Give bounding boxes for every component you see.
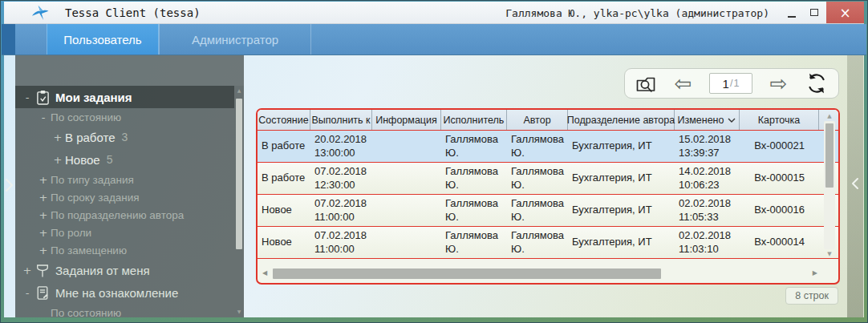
column-header[interactable]: Изменено [675, 110, 740, 130]
table-cell: Галлямова Ю. [441, 195, 507, 226]
table-cell: 07.02.2018 11:00:00 [310, 227, 372, 258]
app-logo-icon [31, 5, 49, 24]
column-header-label: Исполнитель [444, 115, 505, 126]
close-button[interactable]: × [826, 2, 864, 23]
sidebar-item-label: Мне на ознакомление [55, 286, 178, 300]
table-row[interactable]: В работе20.02.2018 13:00:00Галлямова Ю.Г… [258, 131, 838, 163]
previous-page-button[interactable]: ⇦ [675, 73, 692, 94]
table-cell: 07.02.2018 11:00:00 [310, 195, 372, 226]
column-header[interactable]: Исполнитель [441, 110, 507, 130]
folder-search-icon [635, 73, 657, 94]
refresh-button[interactable] [805, 72, 829, 95]
sidebar-item[interactable]: -Мои задания [15, 86, 234, 108]
column-header[interactable]: Информация [372, 110, 441, 130]
sidebar-item[interactable]: +В работе3 [15, 126, 234, 148]
sidebar-item[interactable]: +По подразделению автора [15, 206, 234, 224]
table-cell: 07.02.2018 12:30:00 [310, 163, 372, 194]
table-row[interactable]: Новое07.02.2018 11:00:00Галлямова Ю.Галл… [258, 227, 838, 259]
sidebar-item[interactable]: +По типу задания [15, 171, 234, 188]
sidebar-expand-chevron-icon[interactable] [5, 178, 14, 196]
scroll-left-icon[interactable]: ◀ [262, 269, 267, 277]
collapse-icon[interactable]: - [20, 91, 34, 103]
collapse-icon[interactable]: - [36, 111, 51, 123]
expand-icon[interactable]: + [36, 244, 51, 256]
tab-admin[interactable]: Администратор [159, 24, 311, 55]
scrollbar-track[interactable] [824, 121, 835, 249]
search-folder-button[interactable] [635, 73, 657, 94]
table-cell: 20.02.2018 13:00:00 [310, 131, 372, 162]
app-window: Tessa Client (tessa) Галлямова Ю., ylka-… [0, 0, 868, 323]
table-cell: Вх-000014 [740, 227, 819, 258]
page-total: 1 [733, 78, 739, 89]
table-cell: В работе [258, 131, 310, 162]
sidebar-item-label: По состоянию [51, 111, 121, 123]
tab-user[interactable]: Пользователь [47, 24, 159, 55]
sidebar-item[interactable]: +По замещению [15, 241, 234, 259]
minimize-button[interactable] [781, 2, 802, 23]
sidebar-scrollbar[interactable]: ▲ ▼ [235, 87, 243, 314]
tab-label: Пользователь [63, 33, 141, 46]
page-indicator[interactable]: 1 / 1 [709, 73, 752, 94]
row-count-badge[interactable]: 8 строк [785, 287, 838, 305]
scrollbar-thumb[interactable] [236, 99, 242, 249]
table-horizontal-scrollbar[interactable]: ◀ ▶ [262, 268, 817, 279]
user-info: Галлямова Ю., ylka-pc\ylka (администрато… [505, 7, 769, 19]
sidebar-item[interactable]: +Новое5 [15, 148, 234, 171]
table-cell: Вх-000015 [740, 163, 819, 194]
sidebar-item[interactable]: +По сроку задания [15, 188, 234, 206]
expand-icon[interactable]: + [51, 154, 65, 166]
sort-desc-icon [728, 118, 736, 123]
window-title: Tessa Client (tessa) [65, 6, 201, 19]
flag-icon [34, 263, 51, 278]
table-header-row: СостояниеВыполнить кИнформацияИсполнител… [258, 110, 838, 131]
sidebar-item[interactable]: По состоянию [15, 304, 234, 317]
scroll-up-icon[interactable]: ▲ [235, 87, 243, 93]
table-cell: Вх-000016 [740, 195, 819, 226]
expand-icon[interactable]: + [20, 264, 34, 277]
table-row[interactable]: Новое07.02.2018 11:00:00Галлямова Ю.Галл… [258, 195, 838, 227]
column-header[interactable]: Подразделение автора [568, 110, 675, 130]
sidebar-item[interactable]: -Мне на ознакомление [15, 281, 234, 304]
collapse-icon[interactable]: - [20, 287, 34, 299]
scroll-down-icon[interactable]: ▼ [235, 309, 243, 314]
column-header[interactable]: Выполнить к [310, 110, 372, 130]
maximize-icon [810, 9, 818, 16]
tab-bar: Пользователь Администратор [2, 24, 866, 55]
column-header-label: Подразделение автора [567, 115, 675, 126]
expand-icon[interactable]: + [36, 209, 51, 221]
scrollbar-thumb[interactable] [825, 123, 834, 188]
column-header[interactable]: Карточка [740, 110, 819, 130]
sidebar-item[interactable]: +Задания от меня [15, 259, 234, 281]
expand-icon[interactable]: + [51, 131, 65, 143]
column-header[interactable]: Автор [507, 110, 568, 130]
sidebar-item-label: В работе [65, 131, 116, 144]
table-body: В работе20.02.2018 13:00:00Галлямова Ю.Г… [258, 131, 838, 259]
expand-icon[interactable]: + [36, 174, 51, 186]
panel-expand-chevron-icon[interactable] [851, 177, 859, 190]
tab-bar-notch [2, 24, 15, 55]
table-vertical-scrollbar[interactable]: ▲ ▼ [823, 113, 836, 257]
sidebar-item-label: По типу задания [51, 174, 134, 186]
scroll-up-icon[interactable]: ▲ [823, 113, 836, 119]
column-header-label: Изменено [678, 115, 724, 126]
scroll-down-icon[interactable]: ▼ [823, 251, 836, 257]
document-icon [34, 285, 51, 301]
minimize-icon [788, 16, 796, 18]
table-cell: 15.02.2018 13:39:37 [675, 131, 740, 162]
table-cell: 02.02.2018 11:03:10 [675, 227, 740, 258]
sidebar-item-label: По состоянию [51, 307, 121, 318]
table-row[interactable]: В работе07.02.2018 12:30:00Галлямова Ю.Г… [258, 163, 838, 195]
sidebar-item-label: Мои задания [55, 91, 132, 104]
sidebar-item[interactable]: -По состоянию [15, 108, 234, 126]
maximize-button[interactable] [804, 2, 825, 23]
view-toolbar: ⇦ 1 / 1 ⇨ [624, 68, 839, 99]
scrollbar-thumb[interactable] [273, 268, 661, 279]
next-page-button[interactable]: ⇨ [770, 73, 788, 94]
sidebar-item-label: Новое [65, 153, 100, 167]
title-bar: Tessa Client (tessa) Галлямова Ю., ylka-… [4, 2, 864, 24]
expand-icon[interactable]: + [36, 192, 51, 204]
expand-icon[interactable]: + [36, 227, 51, 239]
column-header[interactable]: Состояние [258, 110, 310, 130]
sidebar-item[interactable]: +По роли [15, 224, 234, 241]
scroll-right-icon[interactable]: ▶ [813, 269, 817, 277]
